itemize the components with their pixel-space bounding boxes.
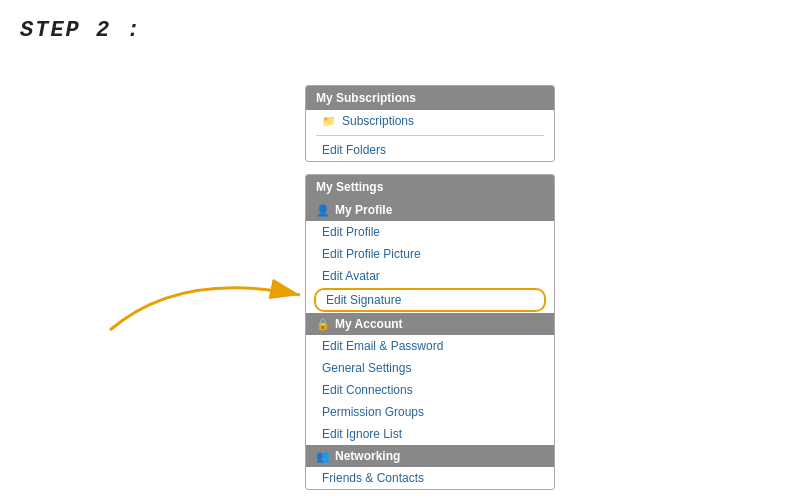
account-section-label: My Account [335, 317, 403, 331]
settings-box: My Settings My Profile Edit Profile Edit… [305, 174, 555, 490]
edit-folders-link[interactable]: Edit Folders [322, 143, 386, 157]
edit-profile-picture-item[interactable]: Edit Profile Picture [306, 243, 554, 265]
edit-profile-link[interactable]: Edit Profile [322, 225, 380, 239]
folder-icon [322, 114, 336, 128]
edit-avatar-item[interactable]: Edit Avatar [306, 265, 554, 287]
edit-ignore-list-link[interactable]: Edit Ignore List [322, 427, 402, 441]
step-label: STEP 2 : [20, 18, 142, 43]
users-icon [316, 449, 330, 463]
arrow-indicator [100, 260, 320, 343]
networking-section-header: Networking [306, 445, 554, 467]
subscriptions-item[interactable]: Subscriptions [306, 110, 554, 132]
edit-signature-link[interactable]: Edit Signature [326, 293, 401, 307]
friends-contacts-link[interactable]: Friends & Contacts [322, 471, 424, 485]
edit-connections-item[interactable]: Edit Connections [306, 379, 554, 401]
edit-connections-link[interactable]: Edit Connections [322, 383, 413, 397]
account-section-header: My Account [306, 313, 554, 335]
edit-avatar-link[interactable]: Edit Avatar [322, 269, 380, 283]
edit-signature-item[interactable]: Edit Signature [314, 288, 546, 312]
profile-section-header: My Profile [306, 199, 554, 221]
user-icon [316, 203, 330, 217]
edit-ignore-list-item[interactable]: Edit Ignore List [306, 423, 554, 445]
menus-area: My Subscriptions Subscriptions Edit Fold… [305, 85, 555, 500]
edit-folders-item[interactable]: Edit Folders [306, 139, 554, 161]
networking-section-label: Networking [335, 449, 400, 463]
settings-header: My Settings [306, 175, 554, 199]
edit-profile-item[interactable]: Edit Profile [306, 221, 554, 243]
subscriptions-header: My Subscriptions [306, 86, 554, 110]
profile-section-label: My Profile [335, 203, 392, 217]
permission-groups-item[interactable]: Permission Groups [306, 401, 554, 423]
subscriptions-link[interactable]: Subscriptions [342, 114, 414, 128]
general-settings-item[interactable]: General Settings [306, 357, 554, 379]
subscriptions-box: My Subscriptions Subscriptions Edit Fold… [305, 85, 555, 162]
edit-profile-picture-link[interactable]: Edit Profile Picture [322, 247, 421, 261]
edit-email-password-link[interactable]: Edit Email & Password [322, 339, 443, 353]
lock-icon [316, 317, 330, 331]
permission-groups-link[interactable]: Permission Groups [322, 405, 424, 419]
friends-contacts-item[interactable]: Friends & Contacts [306, 467, 554, 489]
edit-email-password-item[interactable]: Edit Email & Password [306, 335, 554, 357]
divider [316, 135, 544, 136]
general-settings-link[interactable]: General Settings [322, 361, 411, 375]
